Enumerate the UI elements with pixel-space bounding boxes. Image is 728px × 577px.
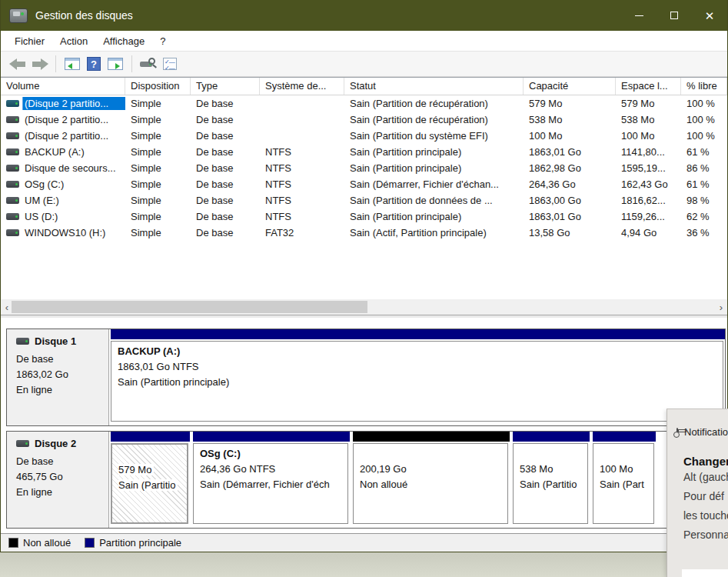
cell-type: De base bbox=[191, 130, 260, 142]
table-row[interactable]: (Disque 2 partitio...SimpleDe baseSain (… bbox=[1, 95, 727, 112]
properties-button[interactable] bbox=[159, 54, 181, 74]
table-row[interactable]: OSg (C:)SimpleDe baseNTFSSain (Démarrer,… bbox=[1, 176, 727, 192]
cell-espace: 4,94 Go bbox=[616, 227, 681, 238]
partition-body: 579 MoSain (Partitio bbox=[111, 443, 188, 524]
panel-text-line: les touches bbox=[667, 506, 728, 525]
table-row[interactable]: WINDOWS10 (H:)SimpleDe baseFAT32Sain (Ac… bbox=[1, 225, 727, 241]
volume-name: (Disque 2 partitio... bbox=[23, 113, 125, 126]
partition-text-line bbox=[600, 446, 653, 462]
column-header-espace[interactable]: Espace l... bbox=[616, 78, 681, 95]
show-action-pane-button[interactable] bbox=[105, 54, 126, 74]
disk-status: En ligne bbox=[16, 485, 105, 500]
volume-cell: (Disque 2 partitio... bbox=[1, 129, 125, 142]
partition[interactable]: 100 MoSain (Part bbox=[593, 432, 656, 525]
scroll-right-arrow[interactable]: › bbox=[715, 299, 727, 315]
menu-item-fichier[interactable]: Fichier bbox=[7, 32, 52, 50]
partition[interactable]: 200,19 GoNon alloué bbox=[353, 432, 510, 525]
disk-size: 1863,02 Go bbox=[16, 367, 105, 382]
volume-name: Disque de secours... bbox=[23, 162, 125, 175]
partition-text-line: 579 Mo bbox=[118, 462, 187, 478]
cell-disposition: Simple bbox=[125, 146, 191, 158]
partition-text-line bbox=[520, 446, 587, 462]
close-button[interactable]: ✕ bbox=[692, 0, 727, 31]
menu-item-affichage[interactable]: Affichage bbox=[95, 32, 152, 50]
partitions-track: BACKUP (A:)1863,01 Go NTFSSain (Partitio… bbox=[109, 329, 725, 425]
title-bar: Gestion des disques ✕ bbox=[1, 0, 727, 31]
rescan-disks-icon bbox=[140, 58, 157, 71]
disk-header-panel[interactable]: Disque 1De base1863,02 GoEn ligne bbox=[7, 329, 109, 425]
volume-disk-icon bbox=[6, 116, 19, 123]
column-header-capacite[interactable]: Capacité bbox=[524, 78, 616, 95]
cell-statut: Sain (Partition principale) bbox=[344, 211, 524, 222]
volume-cell: WINDOWS10 (H:) bbox=[1, 226, 125, 239]
partition-type-strip bbox=[111, 329, 725, 339]
cell-disposition: Simple bbox=[125, 114, 191, 125]
table-row[interactable]: (Disque 2 partitio...SimpleDe baseSain (… bbox=[1, 112, 727, 128]
partition-text-line: Sain (Démarrer, Fichier d'éch bbox=[200, 477, 347, 492]
partition-type-strip bbox=[593, 432, 656, 442]
partition[interactable]: OSg (C:)264,36 Go NTFSSain (Démarrer, Fi… bbox=[193, 432, 350, 525]
volume-cell: US (D:) bbox=[1, 210, 125, 223]
cell-libre: 61 % bbox=[681, 146, 727, 158]
menu-item-help[interactable]: ? bbox=[152, 32, 173, 50]
table-row[interactable]: UM (E:)SimpleDe baseNTFSSain (Partition … bbox=[1, 192, 727, 208]
cell-statut: Sain (Partition principale) bbox=[344, 162, 524, 174]
cell-espace: 579 Mo bbox=[616, 98, 681, 109]
table-row[interactable]: (Disque 2 partitio...SimpleDe baseSain (… bbox=[1, 128, 727, 144]
background-window-strip bbox=[0, 552, 728, 577]
partition-body: 200,19 GoNon alloué bbox=[353, 443, 508, 524]
partitions-track: 579 MoSain (PartitioOSg (C:)264,36 Go NT… bbox=[109, 432, 725, 528]
cell-fs: NTFS bbox=[260, 178, 344, 190]
column-header-type[interactable]: Type bbox=[191, 78, 260, 95]
volume-cell: UM (E:) bbox=[1, 194, 125, 207]
toolbar-separator bbox=[131, 55, 132, 72]
column-header-disposition[interactable]: Disposition bbox=[125, 78, 191, 95]
table-row[interactable]: Disque de secours...SimpleDe baseNTFSSai… bbox=[1, 160, 727, 176]
partition-text-line bbox=[118, 447, 187, 462]
partition[interactable]: BACKUP (A:)1863,01 Go NTFSSain (Partitio… bbox=[111, 329, 725, 423]
partition[interactable]: 538 MoSain (Partitio bbox=[513, 432, 590, 525]
partition-text-line: Non alloué bbox=[360, 477, 507, 492]
cell-capacite: 538 Mo bbox=[524, 114, 616, 125]
column-header-volume[interactable]: Volume bbox=[1, 78, 125, 95]
partition-type-strip bbox=[193, 432, 350, 442]
table-row[interactable]: US (D:)SimpleDe baseNTFSSain (Partition … bbox=[1, 208, 727, 225]
show-console-tree-button[interactable] bbox=[61, 54, 83, 74]
column-header-libre[interactable]: % libre bbox=[681, 78, 727, 95]
volume-cell: (Disque 2 partitio... bbox=[1, 113, 125, 126]
column-header-statut[interactable]: Statut bbox=[344, 78, 524, 95]
column-header-fs[interactable]: Système de... bbox=[260, 78, 344, 95]
volume-disk-icon bbox=[6, 181, 19, 188]
disk-drive-icon bbox=[9, 8, 28, 23]
disk-row-1: Disque 1De base1863,02 GoEn ligneBACKUP … bbox=[6, 329, 726, 426]
scrollbar-thumb[interactable] bbox=[12, 301, 367, 313]
partition-text-line: Sain (Partitio bbox=[118, 478, 187, 493]
panel-text-line: Pour déf bbox=[667, 487, 728, 506]
forward-button[interactable] bbox=[28, 54, 50, 74]
volume-disk-icon bbox=[6, 213, 19, 220]
refresh-disks-button[interactable] bbox=[138, 54, 159, 74]
partition[interactable]: 579 MoSain (Partitio bbox=[111, 432, 190, 525]
disk-status: En ligne bbox=[16, 382, 105, 398]
panel-text-line: Personnaliser bbox=[667, 525, 728, 545]
minimize-button[interactable] bbox=[621, 0, 657, 31]
checklist-icon bbox=[163, 58, 177, 70]
disk-graphical-view: Disque 1De base1863,02 GoEn ligneBACKUP … bbox=[1, 318, 727, 533]
back-button[interactable] bbox=[7, 54, 28, 74]
horizontal-scrollbar[interactable]: ‹ › bbox=[1, 299, 727, 315]
volume-name: UM (E:) bbox=[23, 194, 125, 207]
table-row[interactable]: BACKUP (A:)SimpleDe baseNTFSSain (Partit… bbox=[1, 144, 727, 160]
cell-type: De base bbox=[191, 227, 260, 238]
help-button[interactable]: ? bbox=[83, 54, 105, 74]
cell-capacite: 264,36 Go bbox=[524, 178, 616, 190]
maximize-icon bbox=[670, 12, 678, 19]
disk-header-panel[interactable]: Disque 2De base465,75 GoEn ligne bbox=[7, 432, 109, 528]
cell-type: De base bbox=[191, 114, 260, 125]
cell-statut: Sain (Partition de récupération) bbox=[344, 114, 524, 125]
partition-body: 100 MoSain (Part bbox=[593, 443, 654, 524]
volume-cell: Disque de secours... bbox=[1, 162, 125, 175]
toolbar: ? bbox=[1, 52, 727, 77]
cell-libre: 100 % bbox=[681, 114, 727, 125]
maximize-button[interactable] bbox=[657, 0, 692, 31]
menu-item-action[interactable]: Action bbox=[52, 32, 95, 50]
